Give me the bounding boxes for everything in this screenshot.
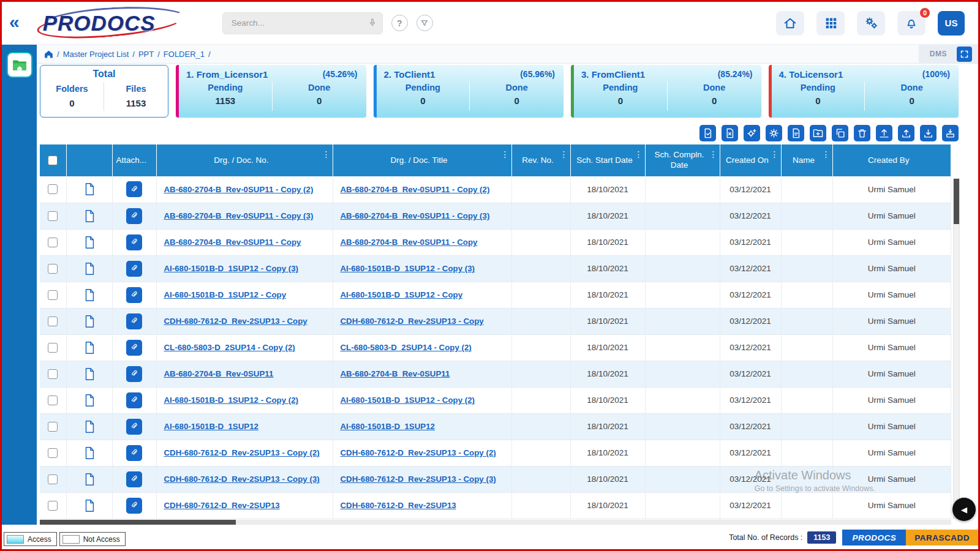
- row-checkbox[interactable]: [48, 501, 58, 511]
- doc-title-link[interactable]: CDH-680-7612-D_Rev-2SUP13 - Copy (2): [341, 448, 496, 457]
- delete-trash-icon[interactable]: [854, 125, 870, 141]
- doc-title-link[interactable]: AB-680-2704-B_Rev-0SUP11 - Copy: [341, 238, 478, 247]
- doc-no-link[interactable]: AB-680-2704-B_Rev-0SUP11 - Copy (2): [164, 185, 314, 194]
- vertical-scrollbar-thumb[interactable]: [954, 179, 959, 224]
- filter-icon[interactable]: [417, 15, 433, 31]
- doc-title-link[interactable]: AI-680-1501B-D_1SUP12 - Copy: [341, 290, 463, 299]
- doc-no-link[interactable]: AI-680-1501B-D_1SUP12 - Copy (2): [164, 395, 298, 405]
- breadcrumb-item-master-project-list[interactable]: Master Project List: [63, 50, 129, 59]
- row-checkbox[interactable]: [48, 290, 58, 300]
- stage-card-from-licensor1[interactable]: 1. From_Licensor1(45.26%) Pending Done 1…: [176, 65, 366, 118]
- stage-card-to-client1[interactable]: 2. ToClient1(65.96%) Pending Done 0 0: [374, 65, 564, 118]
- attach-button[interactable]: [126, 234, 142, 250]
- column-menu-icon[interactable]: ⋮: [560, 149, 568, 160]
- scroll-left-floating-button[interactable]: ◀: [952, 498, 976, 521]
- column-menu-icon[interactable]: ⋮: [771, 149, 779, 160]
- sidebar-collapse-icon[interactable]: «: [9, 13, 20, 31]
- breadcrumb-home-icon[interactable]: [44, 50, 53, 58]
- column-menu-icon[interactable]: ⋮: [635, 149, 643, 160]
- row-checkbox[interactable]: [48, 369, 58, 379]
- attach-button[interactable]: [126, 261, 142, 277]
- select-all-checkbox[interactable]: [48, 156, 58, 165]
- row-checkbox[interactable]: [48, 395, 58, 405]
- move-up-box-icon[interactable]: [876, 125, 892, 141]
- notifications-bell-button[interactable]: 0: [897, 11, 925, 36]
- doc-title-link[interactable]: CL-680-5803-D_2SUP14 - Copy (2): [341, 343, 472, 352]
- doc-title-link[interactable]: AB-680-2704-B_Rev-0SUP11: [341, 369, 450, 378]
- col-created-on[interactable]: Created On⋮: [720, 144, 781, 176]
- doc-no-link[interactable]: CDH-680-7612-D_Rev-2SUP13 - Copy (3): [164, 474, 320, 484]
- row-checkbox[interactable]: [48, 238, 58, 247]
- row-checkbox[interactable]: [48, 474, 58, 484]
- column-menu-icon[interactable]: ⋮: [322, 149, 331, 160]
- breadcrumb-item-folder-1[interactable]: FOLDER_1: [164, 50, 205, 59]
- doc-no-link[interactable]: CDH-680-7612-D_Rev-2SUP13: [164, 501, 280, 510]
- row-checkbox[interactable]: [48, 317, 58, 326]
- doc-no-link[interactable]: AB-680-2704-B_Rev-0SUP11 - Copy: [164, 238, 301, 247]
- attach-button[interactable]: [126, 208, 142, 224]
- stage-card-to-licensor1[interactable]: 4. ToLicensor1(100%) Pending Done 0 0: [769, 65, 959, 118]
- apps-grid-button[interactable]: [816, 11, 845, 36]
- approve-document-icon[interactable]: [699, 125, 716, 141]
- search-input[interactable]: [222, 12, 383, 34]
- row-checkbox[interactable]: [48, 211, 58, 221]
- doc-no-link[interactable]: AI-680-1501B-D_1SUP12: [164, 422, 258, 431]
- col-doc-title[interactable]: Drg. / Doc. Title⋮: [333, 144, 511, 176]
- doc-no-link[interactable]: AI-680-1501B-D_1SUP12 - Copy (3): [164, 264, 298, 273]
- doc-no-link[interactable]: AB-680-2704-B_Rev-0SUP11 - Copy (3): [164, 211, 314, 220]
- add-folder-icon[interactable]: [810, 125, 826, 141]
- col-doc-no[interactable]: Drg. / Doc. No.⋮: [156, 144, 333, 176]
- doc-title-link[interactable]: CDH-680-7612-D_Rev-2SUP13 - Copy: [341, 317, 484, 326]
- home-button[interactable]: [776, 11, 804, 36]
- doc-no-link[interactable]: CDH-680-7612-D_Rev-2SUP13 - Copy (2): [164, 448, 320, 457]
- doc-no-link[interactable]: AB-680-2704-B_Rev-0SUP11: [164, 369, 274, 378]
- help-icon[interactable]: ?: [391, 15, 408, 31]
- col-rev-no[interactable]: Rev. No.⋮: [511, 144, 570, 176]
- col-sch-start-date[interactable]: Sch. Start Date⋮: [570, 144, 645, 176]
- vertical-scrollbar[interactable]: [953, 178, 960, 519]
- row-checkbox[interactable]: [48, 184, 58, 194]
- copy-document-icon[interactable]: [832, 125, 848, 141]
- col-sch-compln-date[interactable]: Sch. Compln. Date⋮: [645, 144, 720, 176]
- export-down-icon[interactable]: [942, 125, 959, 141]
- col-name[interactable]: Name⋮: [781, 144, 832, 176]
- attach-button[interactable]: [126, 419, 142, 435]
- run-workflow-gear-icon[interactable]: [766, 125, 782, 141]
- upload-icon[interactable]: [898, 125, 914, 141]
- attach-button[interactable]: [126, 498, 142, 514]
- column-menu-icon[interactable]: ⋮: [709, 149, 718, 160]
- row-checkbox[interactable]: [48, 264, 58, 274]
- doc-title-link[interactable]: AI-680-1501B-D_1SUP12: [341, 422, 435, 431]
- row-checkbox[interactable]: [48, 422, 58, 432]
- download-icon[interactable]: [920, 125, 937, 141]
- col-created-by[interactable]: Created By: [832, 144, 951, 176]
- column-menu-icon[interactable]: ⋮: [501, 149, 510, 160]
- doc-title-link[interactable]: CDH-680-7612-D_Rev-2SUP13 - Copy (3): [341, 474, 496, 484]
- doc-no-link[interactable]: AI-680-1501B-D_1SUP12 - Copy: [164, 290, 287, 299]
- settings-gears-button[interactable]: [857, 11, 885, 36]
- attach-button[interactable]: [126, 392, 142, 408]
- user-avatar[interactable]: US: [938, 11, 965, 36]
- document-report-icon[interactable]: [788, 125, 804, 141]
- folder-home-button[interactable]: [7, 52, 32, 78]
- breadcrumb-item-ppt[interactable]: PPT: [138, 50, 154, 59]
- doc-title-link[interactable]: CDH-680-7612-D_Rev-2SUP13: [341, 501, 456, 510]
- row-checkbox[interactable]: [48, 343, 58, 353]
- doc-title-link[interactable]: AI-680-1501B-D_1SUP12 - Copy (2): [341, 395, 475, 405]
- fullscreen-expand-button[interactable]: [957, 47, 972, 62]
- attach-button[interactable]: [126, 287, 142, 303]
- attach-button[interactable]: [126, 340, 142, 356]
- doc-title-link[interactable]: AI-680-1501B-D_1SUP12 - Copy (3): [341, 264, 475, 273]
- attach-button[interactable]: [126, 313, 142, 329]
- attach-button[interactable]: [126, 181, 142, 197]
- workflow-gear-add-icon[interactable]: [744, 125, 760, 141]
- reject-document-icon[interactable]: [722, 125, 738, 141]
- doc-no-link[interactable]: CL-680-5803-D_2SUP14 - Copy (2): [164, 343, 295, 352]
- attach-button[interactable]: [126, 471, 142, 487]
- mic-icon[interactable]: [368, 18, 377, 30]
- doc-title-link[interactable]: AB-680-2704-B_Rev-0SUP11 - Copy (2): [341, 185, 490, 194]
- attach-button[interactable]: [126, 445, 142, 461]
- doc-title-link[interactable]: AB-680-2704-B_Rev-0SUP11 - Copy (3): [341, 211, 490, 220]
- attach-button[interactable]: [126, 366, 142, 382]
- doc-no-link[interactable]: CDH-680-7612-D_Rev-2SUP13 - Copy: [164, 317, 307, 326]
